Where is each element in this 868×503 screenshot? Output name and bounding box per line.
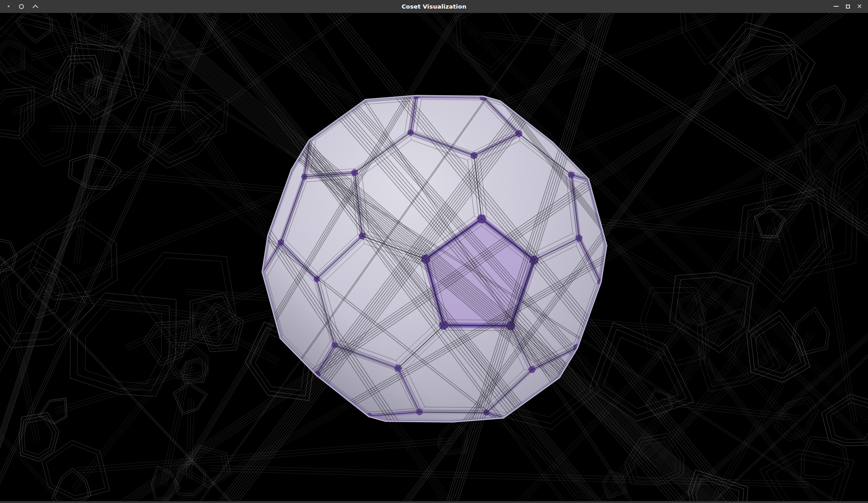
- minimize-button[interactable]: [830, 0, 842, 13]
- menu-dot-icon: [8, 5, 9, 7]
- 3d-viewport[interactable]: [0, 13, 868, 501]
- overview-chevron-icon[interactable]: [32, 5, 38, 10]
- titlebar-left-icons: [0, 4, 54, 9]
- close-icon: ✕: [857, 3, 862, 9]
- maximize-icon: [846, 5, 850, 9]
- maximize-button[interactable]: [842, 0, 854, 13]
- window-title: Coset Visualization: [54, 3, 814, 10]
- workspace-circle-icon[interactable]: [19, 4, 24, 9]
- window-bottom-border: [0, 501, 868, 503]
- window-controls: ✕: [814, 0, 868, 13]
- close-button[interactable]: ✕: [854, 0, 865, 13]
- minimize-icon: [834, 6, 839, 7]
- titlebar: Coset Visualization ✕: [0, 0, 868, 13]
